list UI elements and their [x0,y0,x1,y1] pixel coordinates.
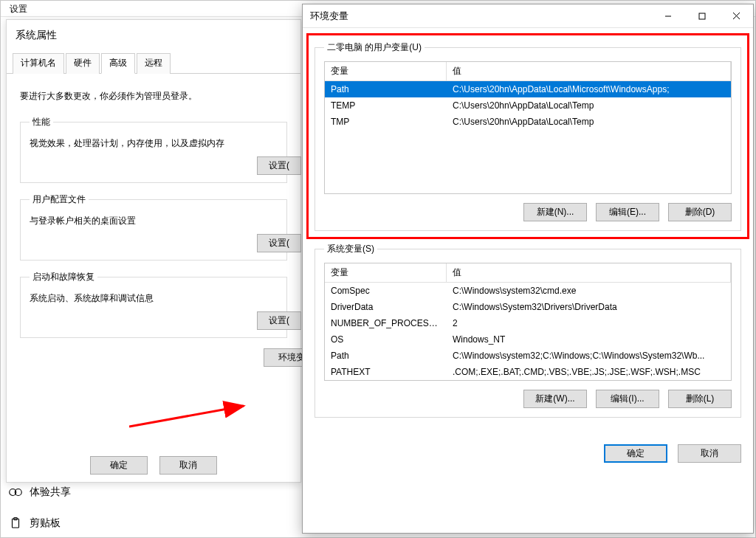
performance-group: 性能 视觉效果，处理器计划，内存使用，以及虚拟内存 设置( [20,116,287,183]
tab-0[interactable]: 计算机名 [13,53,64,74]
startup-settings-button[interactable]: 设置( [257,311,301,330]
cell-val: Windows_NT [447,331,731,348]
tab-3[interactable]: 远程 [137,53,171,74]
cell-val: AMD64 [447,380,731,381]
cell-val: C:\Users\20hn\AppData\Local\Temp [447,114,731,130]
tab-2[interactable]: 高级 [101,53,135,74]
system-variables-legend: 系统变量(S) [324,243,377,255]
table-header: 变量 值 [325,62,731,81]
system-variables-group: 系统变量(S) 变量 值 ComSpecC:\Windows\system32\… [315,243,741,418]
advanced-tab-content: 要进行大多数更改，你必须作为管理员登录。 性能 视觉效果，处理器计划，内存使用，… [7,74,300,378]
close-button[interactable] [719,5,753,27]
env-footer: 确定 取消 [303,440,753,463]
minimize-button[interactable] [651,5,685,27]
table-row[interactable]: PathC:\Windows\system32;C:\Windows;C:\Wi… [325,348,731,364]
user-new-button[interactable]: 新建(N)... [523,203,587,221]
cell-val: .COM;.EXE;.BAT;.CMD;.VBS;.VBE;.JS;.JSE;.… [447,364,731,380]
system-edit-button[interactable]: 编辑(I)... [596,390,659,408]
system-new-button[interactable]: 新建(W)... [523,390,587,408]
svg-rect-7 [699,13,705,19]
startup-legend: 启动和故障恢复 [30,271,97,283]
table-row[interactable]: PROCESSOR_ARCHITECT...AMD64 [325,380,731,381]
cell-var: PATHEXT [325,364,447,380]
env-cancel-button[interactable]: 取消 [678,444,741,463]
startup-group: 启动和故障恢复 系统启动、系统故障和调试信息 设置( [20,271,287,338]
sidebar-item-clipboard[interactable]: 剪贴板 [9,517,61,530]
cell-var: NUMBER_OF_PROCESSORS [325,315,447,331]
table-row[interactable]: PATHEXT.COM;.EXE;.BAT;.CMD;.VBS;.VBE;.JS… [325,364,731,380]
system-properties-dialog: 系统属性 计算机名硬件高级远程 要进行大多数更改，你必须作为管理员登录。 性能 … [6,19,301,483]
maximize-button[interactable] [685,5,719,27]
sidebar-item-label: 剪贴板 [30,517,61,530]
user-variables-group: 二零电脑 的用户变量(U) 变量 值 PathC:\Users\20hn\App… [315,41,741,231]
cell-val: C:\Windows\system32\cmd.exe [447,283,731,299]
admin-note: 要进行大多数更改，你必须作为管理员登录。 [20,90,287,103]
sidebar-item-label: 体验共享 [30,486,71,499]
user-profile-desc: 与登录帐户相关的桌面设置 [30,215,278,227]
window-controls [651,5,753,27]
cell-var: TMP [325,114,447,130]
col-value[interactable]: 值 [447,62,731,80]
cell-var: PROCESSOR_ARCHITECT... [325,380,447,381]
ok-button[interactable]: 确定 [90,456,148,475]
env-ok-button[interactable]: 确定 [604,444,667,463]
environment-variables-dialog: 环境变量 二零电脑 的用户变量(U) 变量 值 PathC:\Users\20h… [302,4,754,534]
table-row[interactable]: ComSpecC:\Windows\system32\cmd.exe [325,283,731,299]
user-variables-legend: 二零电脑 的用户变量(U) [324,41,425,54]
table-row[interactable]: TEMPC:\Users\20hn\AppData\Local\Temp [325,97,731,114]
cell-val: C:\Windows\System32\Drivers\DriverData [447,299,731,315]
startup-desc: 系统启动、系统故障和调试信息 [30,292,278,305]
table-row[interactable]: NUMBER_OF_PROCESSORS2 [325,315,731,331]
cell-val: 2 [447,315,731,331]
table-row[interactable]: PathC:\Users\20hn\AppData\Local\Microsof… [325,81,731,97]
cancel-button[interactable]: 取消 [159,456,217,475]
table-row[interactable]: DriverDataC:\Windows\System32\Drivers\Dr… [325,299,731,315]
table-row[interactable]: TMPC:\Users\20hn\AppData\Local\Temp [325,114,731,130]
performance-desc: 视觉效果，处理器计划，内存使用，以及虚拟内存 [30,137,278,150]
user-profile-settings-button[interactable]: 设置( [257,234,301,252]
cell-val: C:\Windows\system32;C:\Windows;C:\Window… [447,348,731,364]
cell-var: DriverData [325,299,447,315]
env-titlebar: 环境变量 [303,4,753,28]
system-properties-tabs: 计算机名硬件高级远程 [7,52,300,74]
cell-val: C:\Users\20hn\AppData\Local\Microsoft\Wi… [447,81,731,97]
user-profile-legend: 用户配置文件 [30,193,89,206]
sysprops-footer: 确定 取消 [7,456,300,475]
cell-val: C:\Users\20hn\AppData\Local\Temp [447,97,731,114]
table-header: 变量 值 [325,263,731,283]
table-row[interactable]: OSWindows_NT [325,331,731,348]
env-title: 环境变量 [303,10,348,23]
col-variable[interactable]: 变量 [325,62,447,80]
user-profile-group: 用户配置文件 与登录帐户相关的桌面设置 设置( [20,193,287,261]
user-edit-button[interactable]: 编辑(E)... [596,203,659,221]
user-variables-table[interactable]: 变量 值 PathC:\Users\20hn\AppData\Local\Mic… [324,61,732,194]
performance-settings-button[interactable]: 设置( [257,156,301,175]
system-properties-title: 系统属性 [7,20,300,48]
cell-var: ComSpec [325,283,447,299]
sidebar-item-experience[interactable]: 体验共享 [9,486,71,499]
share-icon [9,486,22,499]
user-delete-button[interactable]: 删除(D) [668,203,732,221]
cell-var: Path [325,81,447,97]
tab-1[interactable]: 硬件 [66,53,100,74]
cell-var: TEMP [325,97,447,114]
cell-var: OS [325,331,447,348]
system-delete-button[interactable]: 删除(L) [668,390,732,408]
cell-var: Path [325,348,447,364]
col-variable[interactable]: 变量 [325,263,447,282]
col-value[interactable]: 值 [447,263,731,282]
clipboard-icon [9,517,22,530]
performance-legend: 性能 [30,116,53,128]
system-variables-table[interactable]: 变量 值 ComSpecC:\Windows\system32\cmd.exeD… [324,263,732,381]
